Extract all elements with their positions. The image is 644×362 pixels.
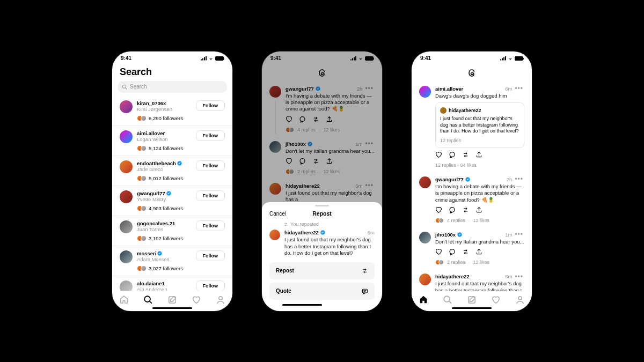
- follow-button[interactable]: Follow: [196, 100, 225, 111]
- followers-count: 6,290 followers: [149, 115, 183, 121]
- bottom-nav: [112, 291, 232, 311]
- user-row[interactable]: mosseri Adam Mosseri 3,027 followers Fol…: [112, 246, 232, 276]
- facepile: [137, 145, 147, 151]
- nav-activity[interactable]: [491, 295, 501, 307]
- replies-count[interactable]: 12 replies: [435, 162, 456, 168]
- like-button[interactable]: [435, 206, 442, 215]
- repost-button[interactable]: Repost: [269, 262, 375, 279]
- reply-button[interactable]: [449, 151, 456, 159]
- nav-home[interactable]: [419, 295, 428, 307]
- verified-icon: [320, 230, 325, 235]
- nav-profile[interactable]: [515, 295, 525, 307]
- battery-icon: [515, 56, 523, 61]
- avatar[interactable]: [419, 274, 431, 285]
- user-row[interactable]: gogoncalves.21 Juan Torres 3,192 followe…: [112, 216, 232, 246]
- user-row[interactable]: alo.daiane1 Airi Andersen Follow: [112, 276, 232, 291]
- post[interactable]: gwangurl77 2h ••• I'm having a debate wi…: [412, 172, 532, 227]
- username: gogoncalves.21: [137, 220, 192, 226]
- user-row[interactable]: kiran_0706x Kirsi Jørgensen 6,290 follow…: [112, 96, 232, 125]
- repost-button[interactable]: [462, 206, 469, 215]
- reply-button[interactable]: [449, 206, 456, 215]
- user-row[interactable]: endoatthebeach Jade Greco 5,012 follower…: [112, 156, 232, 186]
- follow-button[interactable]: Follow: [196, 190, 225, 201]
- avatar[interactable]: [419, 86, 431, 98]
- username: mosseri: [137, 250, 192, 256]
- post[interactable]: aimi.allover 6m ••• Dawg's dawg's dog do…: [412, 82, 532, 172]
- share-button[interactable]: [475, 151, 482, 159]
- more-button[interactable]: •••: [514, 232, 524, 237]
- likes-count[interactable]: 12 likes: [473, 260, 490, 265]
- avatar[interactable]: [120, 100, 133, 113]
- post-username[interactable]: hidayathere22: [284, 230, 319, 235]
- post-body: Dawg's dawg's dog dogged him: [435, 93, 524, 99]
- verified-icon: [166, 191, 171, 196]
- nav-activity[interactable]: [192, 295, 201, 307]
- more-button[interactable]: •••: [514, 275, 524, 279]
- post-username[interactable]: jiho100x: [435, 232, 456, 238]
- quote-username: hidayathere22: [449, 108, 481, 113]
- more-button[interactable]: •••: [514, 86, 524, 91]
- replies-count[interactable]: 4 replies: [447, 218, 465, 223]
- user-row[interactable]: gwangurl77 Yvette Mistry 4,903 followers…: [112, 186, 232, 216]
- share-button[interactable]: [475, 248, 482, 256]
- nav-profile[interactable]: [216, 295, 225, 307]
- verified-icon: [465, 177, 470, 182]
- username: alo.daiane1: [137, 280, 192, 286]
- like-button[interactable]: [435, 248, 442, 256]
- repost-button[interactable]: [462, 248, 469, 256]
- avatar[interactable]: [120, 220, 133, 233]
- post[interactable]: hidayathere22 6m ••• I just found out th…: [412, 269, 532, 290]
- avatar[interactable]: [120, 160, 133, 173]
- user-fullname: Kirsi Jørgensen: [137, 106, 192, 112]
- facepile: [137, 205, 147, 211]
- quote-button[interactable]: Quote: [269, 283, 375, 300]
- user-list[interactable]: kiran_0706x Kirsi Jørgensen 6,290 follow…: [112, 96, 232, 291]
- follow-button[interactable]: Follow: [196, 250, 225, 261]
- likes-count[interactable]: 12 likes: [473, 218, 490, 223]
- follow-button[interactable]: Follow: [196, 130, 225, 141]
- replies-count[interactable]: 2 replies: [447, 260, 465, 265]
- nav-search[interactable]: [143, 295, 153, 307]
- search-input[interactable]: Search: [118, 81, 227, 93]
- reply-button[interactable]: [449, 248, 456, 256]
- cancel-button[interactable]: Cancel: [269, 211, 286, 217]
- app-logo: [412, 65, 532, 82]
- avatar[interactable]: [120, 280, 133, 291]
- follow-button[interactable]: Follow: [196, 280, 225, 291]
- more-button[interactable]: •••: [514, 177, 524, 181]
- likes-count[interactable]: 64 likes: [460, 162, 477, 168]
- wifi-icon: [508, 56, 513, 61]
- user-fullname: Yvette Mistry: [137, 196, 192, 202]
- nav-search[interactable]: [443, 295, 452, 307]
- avatar[interactable]: [419, 232, 431, 243]
- repost-icon: [283, 222, 288, 227]
- facepile: [435, 260, 444, 265]
- repost-button[interactable]: [462, 151, 469, 159]
- followers-row: 6,290 followers: [137, 115, 192, 121]
- quote-card[interactable]: hidayathere22 I just found out that my n…: [435, 102, 524, 148]
- nav-home[interactable]: [119, 295, 129, 307]
- post-username[interactable]: gwangurl77: [435, 176, 464, 182]
- avatar[interactable]: [419, 176, 431, 188]
- post[interactable]: jiho100x 1m ••• Don't let my Italian gra…: [412, 227, 532, 269]
- avatar[interactable]: [120, 190, 133, 203]
- status-indicators: [201, 56, 224, 61]
- repost-sheet: Cancel Repost You reposted hidayathere22…: [262, 202, 382, 311]
- feed[interactable]: aimi.allover 6m ••• Dawg's dawg's dog do…: [412, 82, 532, 291]
- follow-button[interactable]: Follow: [196, 160, 225, 171]
- nav-compose[interactable]: [167, 295, 177, 307]
- repost-icon: [362, 268, 368, 274]
- avatar[interactable]: [120, 250, 133, 263]
- facepile: [137, 115, 147, 121]
- post-username[interactable]: aimi.allover: [435, 86, 463, 92]
- post-time: 2h: [507, 176, 513, 182]
- follow-button[interactable]: Follow: [196, 220, 225, 231]
- share-button[interactable]: [475, 206, 482, 215]
- home-indicator: [152, 307, 192, 309]
- avatar[interactable]: [120, 130, 133, 143]
- post-username[interactable]: hidayathere22: [435, 274, 470, 279]
- user-row[interactable]: aimi.allover Logan Wilson 5,124 follower…: [112, 125, 232, 156]
- post-body: I just found out that my neighbor's dog …: [284, 237, 375, 256]
- nav-compose[interactable]: [467, 295, 477, 307]
- like-button[interactable]: [435, 151, 442, 159]
